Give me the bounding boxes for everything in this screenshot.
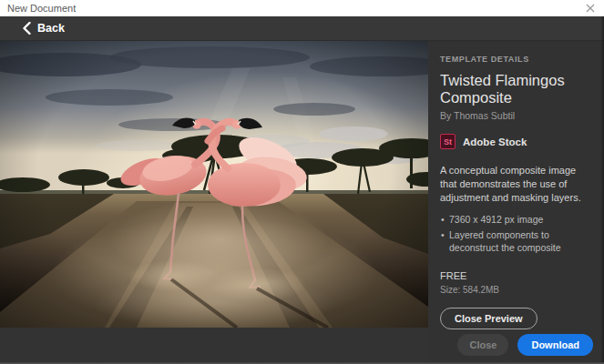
dialog-content: TEMPLATE DETAILS Twisted Flamingos Compo… — [0, 41, 604, 364]
template-title: Twisted Flamingos Composite — [440, 72, 589, 106]
close-preview-button[interactable]: Close Preview — [440, 308, 537, 329]
adobe-stock-icon: St — [440, 134, 456, 149]
close-icon[interactable] — [584, 2, 597, 15]
titlebar: New Document — [0, 0, 604, 16]
section-label: TEMPLATE DETAILS — [440, 55, 589, 64]
new-document-dialog: New Document Back — [0, 0, 604, 364]
flamingo-photo-illustration — [0, 41, 428, 328]
preview-filler — [0, 328, 428, 364]
preview-header-bar: Back — [0, 16, 604, 41]
back-label: Back — [37, 22, 65, 35]
template-details-panel: TEMPLATE DETAILS Twisted Flamingos Compo… — [428, 41, 604, 364]
back-button[interactable]: Back — [23, 22, 65, 35]
window-title: New Document — [7, 3, 76, 14]
footer-actions: Close Download — [457, 334, 593, 356]
feature-item: Layered components to deconstruct the co… — [440, 228, 589, 255]
stock-source-row: St Adobe Stock — [440, 134, 589, 149]
file-size-label: Size: 584.2MB — [440, 285, 589, 295]
preview-column — [0, 41, 428, 364]
template-description: A conceptual composite image that demons… — [440, 164, 589, 205]
price-label: FREE — [440, 270, 589, 281]
close-button[interactable]: Close — [457, 334, 508, 356]
feature-item: 7360 x 4912 px image — [440, 213, 589, 227]
template-preview-image — [0, 41, 428, 328]
back-chevron-icon — [23, 22, 31, 35]
download-button[interactable]: Download — [517, 334, 593, 356]
stock-source-name: Adobe Stock — [463, 136, 527, 147]
template-feature-list: 7360 x 4912 px image Layered components … — [440, 213, 589, 255]
template-author: By Thomas Subtil — [440, 110, 589, 121]
